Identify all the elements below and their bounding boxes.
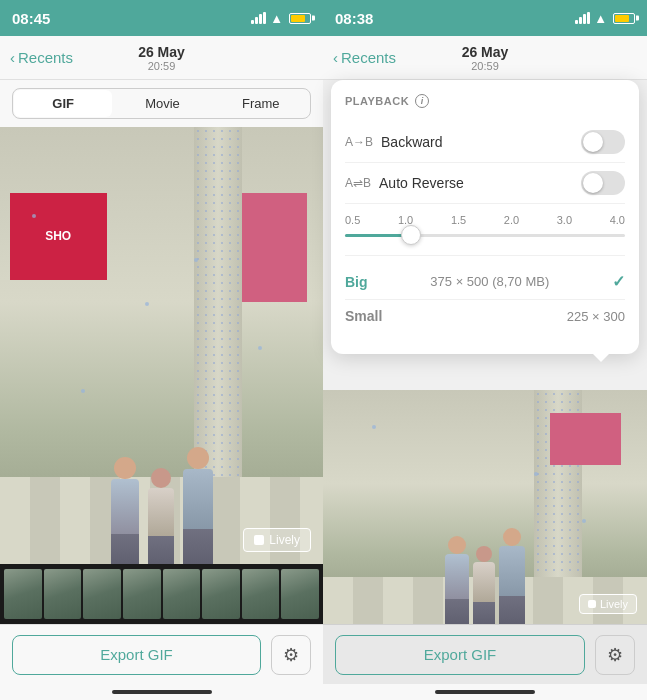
left-status-bar: 08:45 ▲ bbox=[0, 0, 323, 36]
backward-arrow-icon: A→B bbox=[345, 135, 373, 149]
right-sparkle-1 bbox=[372, 425, 376, 429]
speed-label-4: 3.0 bbox=[557, 214, 572, 226]
size-row-small[interactable]: Small 225 × 300 bbox=[345, 299, 625, 332]
film-frame-6 bbox=[202, 569, 240, 619]
right-figure-3 bbox=[499, 528, 525, 624]
right-settings-icon: ⚙ bbox=[607, 644, 623, 666]
figure-2 bbox=[148, 468, 174, 564]
right-nav-bar: ‹ Recents 26 May 20:59 bbox=[323, 36, 647, 80]
size-big-dims: 375 × 500 (8,70 MB) bbox=[430, 274, 549, 289]
left-nav-title: 26 May 20:59 bbox=[138, 44, 185, 72]
left-tab-bar: GIF Movie Frame bbox=[0, 80, 323, 127]
tab-frame[interactable]: Frame bbox=[212, 89, 310, 118]
right-signal-icon bbox=[575, 12, 590, 24]
speed-label-3: 2.0 bbox=[504, 214, 519, 226]
right-nav-date: 26 May bbox=[462, 44, 509, 60]
info-icon[interactable]: i bbox=[415, 94, 429, 108]
right-lively-badge: Lively bbox=[579, 594, 637, 614]
left-photo-area: SHO bbox=[0, 127, 323, 564]
film-frame-1 bbox=[4, 569, 42, 619]
speed-label-2: 1.5 bbox=[451, 214, 466, 226]
left-home-line bbox=[112, 690, 212, 694]
left-nav-time: 20:59 bbox=[138, 60, 185, 72]
speed-slider-track[interactable] bbox=[345, 234, 625, 237]
right-status-time: 08:38 bbox=[335, 10, 373, 27]
left-wifi-icon: ▲ bbox=[270, 11, 283, 26]
left-store-bg: SHO bbox=[0, 127, 323, 564]
left-bottom-bar: Export GIF ⚙ bbox=[0, 624, 323, 684]
right-lively-dot bbox=[588, 600, 596, 608]
size-big-label: Big bbox=[345, 274, 368, 290]
right-back-button[interactable]: ‹ Recents bbox=[333, 49, 396, 66]
left-tabs: GIF Movie Frame bbox=[12, 88, 311, 119]
left-battery-icon bbox=[289, 13, 311, 24]
left-home-indicator bbox=[0, 684, 323, 700]
film-frame-7 bbox=[242, 569, 280, 619]
speed-labels: 0.5 1.0 1.5 2.0 3.0 4.0 bbox=[345, 214, 625, 226]
right-sparkle-2 bbox=[534, 472, 538, 476]
tab-movie[interactable]: Movie bbox=[113, 89, 211, 118]
left-settings-icon: ⚙ bbox=[283, 644, 299, 666]
size-section: Big 375 × 500 (8,70 MB) ✓ Small 225 × 30… bbox=[345, 256, 625, 340]
left-lively-badge: Lively bbox=[243, 528, 311, 552]
sparkle-2 bbox=[194, 258, 198, 262]
playback-header: PLAYBACK i bbox=[345, 94, 625, 108]
backward-row: A→B Backward bbox=[345, 122, 625, 163]
film-frame-5 bbox=[163, 569, 201, 619]
auto-reverse-toggle[interactable] bbox=[581, 171, 625, 195]
backward-toggle[interactable] bbox=[581, 130, 625, 154]
left-panel: 08:45 ▲ ‹ Recents 26 May 20:59 GIF bbox=[0, 0, 323, 700]
auto-reverse-label: Auto Reverse bbox=[379, 175, 464, 191]
backward-label-group: A→B Backward bbox=[345, 134, 442, 150]
left-back-button[interactable]: ‹ Recents bbox=[10, 49, 73, 66]
right-export-button[interactable]: Export GIF bbox=[335, 635, 585, 675]
speed-slider-fill bbox=[345, 234, 407, 237]
right-billboard bbox=[550, 413, 621, 464]
right-nav-title: 26 May 20:59 bbox=[462, 44, 509, 72]
right-nav-time: 20:59 bbox=[462, 60, 509, 72]
right-figure-2 bbox=[473, 546, 495, 624]
speed-slider-thumb[interactable] bbox=[401, 225, 421, 245]
left-status-icons: ▲ bbox=[251, 11, 311, 26]
size-big-checkmark: ✓ bbox=[612, 272, 625, 291]
right-figure-1 bbox=[445, 536, 469, 624]
sparkle-3 bbox=[258, 346, 262, 350]
left-settings-button[interactable]: ⚙ bbox=[271, 635, 311, 675]
size-small-dims: 225 × 300 bbox=[567, 309, 625, 324]
right-panel: 08:38 ▲ ‹ Recents 26 May 20:59 bbox=[323, 0, 647, 700]
right-photo-area: Lively bbox=[323, 390, 647, 624]
auto-reverse-arrow-icon: A⇌B bbox=[345, 176, 371, 190]
popup-arrow bbox=[593, 354, 609, 362]
sparkle-5 bbox=[81, 389, 85, 393]
left-lively-label: Lively bbox=[269, 533, 300, 547]
backward-label: Backward bbox=[381, 134, 442, 150]
right-back-label: Recents bbox=[341, 49, 396, 66]
right-status-icons: ▲ bbox=[575, 11, 635, 26]
size-small-label: Small bbox=[345, 308, 382, 324]
auto-reverse-label-group: A⇌B Auto Reverse bbox=[345, 175, 464, 191]
left-lively-dot bbox=[254, 535, 264, 545]
left-filmstrip bbox=[0, 564, 323, 624]
left-figures bbox=[0, 236, 323, 564]
film-frame-8 bbox=[281, 569, 319, 619]
right-battery-icon bbox=[613, 13, 635, 24]
speed-label-0: 0.5 bbox=[345, 214, 360, 226]
tab-gif[interactable]: GIF bbox=[14, 90, 112, 117]
right-photo-placeholder bbox=[323, 390, 647, 624]
left-nav-bar: ‹ Recents 26 May 20:59 bbox=[0, 36, 323, 80]
film-frame-3 bbox=[83, 569, 121, 619]
right-lively-label: Lively bbox=[600, 598, 628, 610]
left-export-button[interactable]: Export GIF bbox=[12, 635, 261, 675]
figure-1 bbox=[111, 457, 139, 564]
right-home-indicator bbox=[323, 684, 647, 700]
playback-popup: PLAYBACK i A→B Backward A⇌B Auto Reverse bbox=[331, 80, 639, 354]
film-frame-4 bbox=[123, 569, 161, 619]
right-status-bar: 08:38 ▲ bbox=[323, 0, 647, 36]
left-back-chevron: ‹ bbox=[10, 49, 15, 66]
right-settings-button[interactable]: ⚙ bbox=[595, 635, 635, 675]
right-home-line bbox=[435, 690, 535, 694]
left-back-label: Recents bbox=[18, 49, 73, 66]
right-back-chevron: ‹ bbox=[333, 49, 338, 66]
size-row-big[interactable]: Big 375 × 500 (8,70 MB) ✓ bbox=[345, 264, 625, 299]
film-frame-2 bbox=[44, 569, 82, 619]
